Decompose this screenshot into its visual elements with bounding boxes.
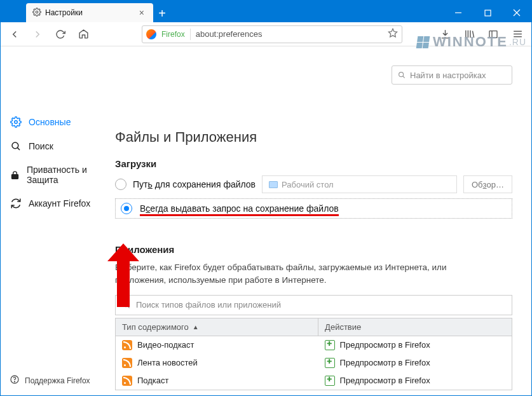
table-row[interactable]: Лента новостей Предпросмотр в Firefox (116, 354, 512, 372)
always-ask-row: Всегда выдавать запрос на сохранение фай… (115, 198, 512, 219)
forward-button[interactable] (29, 25, 46, 43)
always-ask-radio[interactable] (121, 203, 132, 214)
applications-heading: Приложения (115, 244, 512, 255)
preferences-sidebar: Основные Поиск Приватность и Защита Акка… (1, 46, 115, 395)
reload-button[interactable] (51, 25, 69, 43)
browser-tab[interactable]: Настройки × (26, 3, 153, 22)
preferences-panel: Найти в настройках Файлы и Приложения За… (115, 46, 531, 395)
folder-icon (269, 181, 278, 188)
gear-icon (32, 8, 41, 18)
svg-marker-5 (388, 29, 397, 37)
svg-point-17 (399, 72, 404, 77)
svg-line-20 (128, 306, 130, 308)
save-path-display: Рабочий стол (262, 175, 457, 193)
always-ask-label: Всегда выдавать запрос на сохранение фай… (140, 203, 339, 214)
browse-button[interactable]: Обзор… (463, 175, 512, 193)
svg-point-16 (14, 381, 15, 382)
sidebar-item-label: Приватность и Защита (27, 165, 106, 185)
new-tab-button[interactable]: + (153, 4, 171, 22)
window-titlebar: Настройки × + (1, 1, 531, 22)
column-header-type[interactable]: Тип содержимого ▲ (116, 318, 318, 336)
window-controls (444, 3, 531, 22)
url-bar[interactable]: Firefox about:preferences (142, 25, 402, 43)
preferences-search-placeholder: Найти в настройках (410, 71, 486, 80)
support-label: Поддержка Firefox (25, 376, 90, 385)
url-text: about:preferences (196, 29, 383, 39)
downloads-heading: Загрузки (115, 158, 512, 169)
close-window-button[interactable] (502, 3, 531, 22)
svg-rect-2 (485, 10, 491, 16)
back-button[interactable] (6, 25, 24, 43)
tab-title: Настройки (45, 8, 83, 17)
rss-icon (122, 376, 132, 386)
search-icon (397, 71, 406, 79)
save-path-row: Путь для сохранения файлов Рабочий стол … (115, 175, 512, 193)
home-button[interactable] (74, 25, 92, 43)
url-identity-label: Firefox (161, 30, 185, 39)
applications-search-placeholder: Поиск типов файлов или приложений (136, 300, 281, 310)
rss-icon (122, 358, 132, 368)
svg-point-11 (15, 121, 18, 124)
sidebar-item-label: Поиск (29, 141, 53, 151)
column-header-action[interactable]: Действие (318, 318, 512, 336)
sync-icon (10, 198, 22, 209)
sidebar-item-privacy[interactable]: Приватность и Защита (1, 158, 115, 191)
search-icon (122, 301, 131, 310)
tab-close-button[interactable]: × (137, 8, 147, 18)
preview-icon (325, 376, 335, 386)
help-icon (10, 374, 20, 386)
svg-point-12 (12, 142, 18, 149)
applications-search[interactable]: Поиск типов файлов или приложений (115, 295, 512, 315)
urlbar-separator (190, 29, 191, 40)
save-path-value: Рабочий стол (282, 180, 334, 189)
sort-ascending-icon: ▲ (193, 324, 199, 331)
save-path-radio[interactable] (115, 179, 126, 190)
preferences-search[interactable]: Найти в настройках (392, 65, 512, 85)
applications-table: Тип содержимого ▲ Действие Видео-подкаст… (115, 318, 512, 390)
minimize-button[interactable] (444, 3, 473, 22)
svg-line-13 (17, 147, 20, 150)
svg-line-18 (403, 76, 405, 78)
lock-icon (10, 170, 20, 181)
sidebar-item-general[interactable]: Основные (1, 110, 115, 134)
applications-description: Выберите, как Firefox будет обрабатывать… (115, 261, 496, 287)
save-path-label: Путь для сохранения файлов (133, 179, 256, 189)
firefox-logo-icon (146, 29, 156, 39)
table-row[interactable]: Подкаст Предпросмотр в Firefox (116, 372, 512, 390)
preview-icon (325, 340, 335, 350)
svg-point-19 (124, 302, 128, 306)
gear-icon (10, 116, 22, 128)
bookmark-star-icon[interactable] (388, 28, 398, 40)
table-row[interactable]: Видео-подкаст Предпросмотр в Firefox (116, 336, 512, 354)
sidebar-item-account[interactable]: Аккаунт Firefox (1, 191, 115, 215)
support-link[interactable]: Поддержка Firefox (1, 365, 115, 395)
sidebar-item-label: Основные (29, 117, 71, 127)
table-header: Тип содержимого ▲ Действие (116, 318, 512, 336)
search-icon (10, 140, 22, 152)
svg-point-0 (36, 11, 38, 13)
sidebar-item-label: Аккаунт Firefox (29, 198, 90, 208)
sidebar-item-search[interactable]: Поиск (1, 134, 115, 158)
maximize-button[interactable] (473, 3, 502, 22)
section-title: Файлы и Приложения (115, 129, 512, 146)
rss-icon (122, 340, 132, 350)
preview-icon (325, 358, 335, 368)
svg-rect-14 (12, 174, 18, 178)
